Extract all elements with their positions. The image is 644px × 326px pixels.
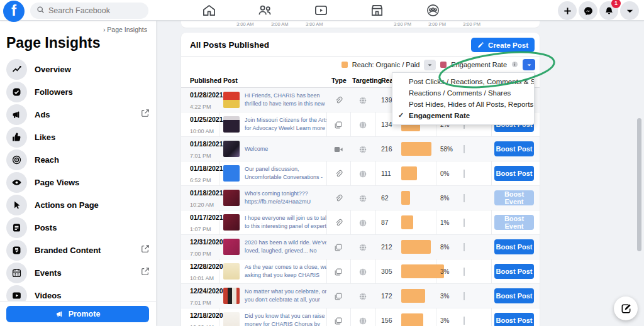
slides-icon: [326, 241, 350, 253]
account-menu-button[interactable]: [620, 1, 639, 20]
sidebar-item-ads[interactable]: Ads: [0, 103, 156, 126]
reach-bar: [401, 166, 417, 180]
post-date: 01/18/2021: [190, 140, 223, 148]
sidebar-item-events[interactable]: Events: [0, 261, 156, 284]
breadcrumb: › Page Insights: [0, 21, 156, 33]
post-thumbnail[interactable]: [223, 312, 240, 326]
reach-value: 134: [381, 121, 392, 128]
boost-button[interactable]: Boost Post: [494, 264, 534, 279]
groups-icon[interactable]: [413, 0, 453, 21]
slides-icon: [326, 119, 350, 130]
globe-icon: [350, 119, 375, 130]
post-text[interactable]: As the year comes to a close, we'reaskin…: [245, 263, 326, 280]
boost-button[interactable]: Boost Post: [494, 239, 534, 254]
sidebar-item-reach[interactable]: Reach: [0, 148, 156, 171]
compose-fab[interactable]: [614, 296, 638, 320]
post-time: 7:00 PM: [190, 251, 211, 257]
time-tick-label: 3:00 AM: [236, 21, 254, 27]
messenger-button[interactable]: [579, 1, 597, 20]
post-thumbnail[interactable]: [223, 141, 240, 157]
marketplace-icon[interactable]: [357, 0, 397, 21]
sidebar-item-overview[interactable]: Overview: [0, 58, 156, 80]
engagement-rate-value: 3%: [440, 317, 449, 324]
dropdown-item[interactable]: Post Clicks / Reactions, Comments & Shar…: [392, 76, 534, 87]
post-text[interactable]: Welcome: [245, 145, 326, 153]
sidebar-item-followers[interactable]: Followers: [0, 80, 156, 103]
sidebar-item-page-views[interactable]: Page Views: [0, 171, 156, 193]
create-plus-button[interactable]: [558, 1, 577, 20]
friends-icon[interactable]: [245, 0, 285, 21]
post-text[interactable]: 2020 has been a wild ride. We'veloved, l…: [245, 239, 326, 255]
reach-legend-swatch: [341, 62, 348, 68]
post-thumbnail[interactable]: [223, 214, 240, 231]
table-row: 01/17/20211:07 PM I hope everyone will j…: [181, 210, 540, 235]
post-date: 01/17/2021: [190, 214, 223, 221]
promote-button[interactable]: Promote: [6, 306, 149, 322]
boost-button[interactable]: Boost Post: [494, 288, 534, 303]
notification-badge: 1: [611, 0, 621, 8]
table-row: 12/24/20207:01 PM No matter what you cel…: [181, 284, 540, 308]
boost-button[interactable]: Boost Event: [494, 215, 534, 230]
pencil-icon: [477, 41, 484, 48]
eye-icon: [6, 172, 27, 193]
page-scrollbar[interactable]: [637, 118, 641, 251]
engagement-bar: [464, 292, 465, 300]
dropdown-item[interactable]: Reactions / Comments / Shares: [392, 87, 534, 99]
boost-button[interactable]: Boost Event: [494, 190, 534, 205]
document-icon: [6, 217, 27, 238]
dropdown-item[interactable]: ✓Engagement Rate: [392, 110, 534, 121]
compose-icon: [620, 303, 632, 315]
external-link-icon: [141, 109, 150, 120]
post-time: 10:00 AM: [190, 128, 214, 134]
reach-legend-label: Reach: Organic / Paid: [352, 61, 420, 68]
notifications-button[interactable]: 1: [599, 1, 618, 20]
search-input[interactable]: [48, 6, 136, 15]
reach-dropdown-button[interactable]: [424, 60, 436, 70]
table-row: 12/18/202010:00 AM Did you know that you…: [181, 308, 540, 326]
post-thumbnail[interactable]: [223, 239, 240, 255]
post-text[interactable]: Did you know that you can raisemoney for…: [245, 312, 326, 326]
post-text[interactable]: No matter what you celebrate, or ifyou d…: [245, 288, 326, 304]
sidebar-item-posts[interactable]: Posts: [0, 216, 156, 239]
engagement-legend-swatch: [440, 62, 447, 68]
dropdown-item[interactable]: Post Hides, Hides of All Posts, Reports …: [392, 99, 534, 110]
globe-icon: [350, 315, 375, 326]
home-icon[interactable]: [189, 0, 229, 21]
globe-icon: [350, 192, 375, 204]
post-thumbnail[interactable]: [223, 116, 240, 133]
post-text[interactable]: Our panel discussion,Uncomfortable Conve…: [245, 165, 326, 182]
post-thumbnail[interactable]: [223, 165, 240, 182]
sidebar-item-actions-on-page[interactable]: Actions on Page: [0, 193, 156, 216]
reach-value: 62: [381, 194, 389, 202]
post-text[interactable]: Who's coming tonight???https://fb.me/e/2…: [245, 190, 326, 206]
boost-button[interactable]: Boost Post: [494, 141, 534, 156]
post-text[interactable]: I hope everyone will join us to talkto t…: [245, 214, 326, 231]
boost-button[interactable]: Boost Post: [494, 166, 534, 181]
reach-bar: [401, 264, 444, 278]
slides-icon: [326, 315, 350, 326]
watch-icon[interactable]: [301, 0, 341, 21]
engagement-dropdown-button[interactable]: [523, 59, 535, 70]
boost-button[interactable]: Boost Post: [494, 313, 534, 326]
reach-value: 216: [381, 145, 392, 153]
info-icon[interactable]: [511, 59, 518, 70]
post-thumbnail[interactable]: [223, 190, 240, 206]
post-time: 1:07 PM: [190, 226, 211, 232]
reach-value: 305: [381, 268, 392, 275]
post-time: 7:01 PM: [190, 153, 211, 159]
sidebar-item-branded-content[interactable]: Branded Content: [0, 239, 156, 261]
table-row: 12/31/20207:00 PM 2020 has been a wild r…: [181, 235, 540, 259]
facebook-logo-icon[interactable]: f: [3, 1, 25, 22]
post-thumbnail[interactable]: [223, 263, 240, 280]
search-box[interactable]: [30, 3, 148, 19]
post-thumbnail[interactable]: [223, 288, 240, 304]
post-text[interactable]: Join Missouri Citizens for the Artsfor A…: [245, 116, 326, 133]
reach-value: 172: [381, 292, 392, 300]
create-post-button[interactable]: Create Post: [471, 38, 535, 52]
post-text[interactable]: Hi Friends, CHARIS has beenthrilled to h…: [245, 92, 326, 108]
legend-row: Reach: Organic / Paid Engagement Rate: [181, 57, 540, 73]
post-thumbnail[interactable]: [223, 92, 240, 108]
post-date: 12/18/2020: [190, 312, 223, 319]
globe-icon: [350, 168, 375, 179]
sidebar-item-likes[interactable]: Likes: [0, 126, 156, 148]
